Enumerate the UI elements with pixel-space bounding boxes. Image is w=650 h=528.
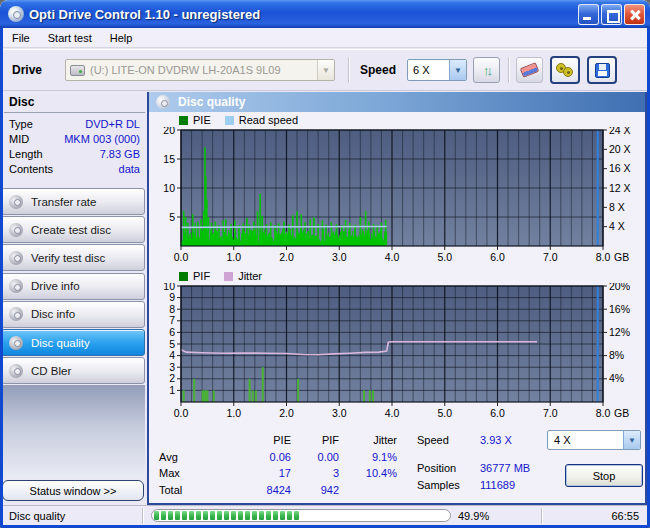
disc-icon bbox=[9, 223, 23, 237]
sidebar-item-cd-bler[interactable]: CD Bler bbox=[1, 357, 145, 384]
progress-segment bbox=[168, 511, 173, 520]
svg-text:5: 5 bbox=[169, 211, 175, 223]
drive-icon bbox=[70, 65, 85, 76]
close-button[interactable] bbox=[624, 4, 645, 25]
divider bbox=[4, 112, 145, 113]
progress-segment bbox=[196, 511, 201, 520]
sidebar-item-label: Verify test disc bbox=[31, 252, 105, 264]
pif-chart-legend: PIFJitter bbox=[179, 270, 271, 282]
svg-text:20 X: 20 X bbox=[609, 143, 631, 155]
svg-text:2.0: 2.0 bbox=[279, 407, 294, 419]
progress-segment bbox=[217, 511, 222, 520]
svg-text:5.0: 5.0 bbox=[437, 251, 452, 263]
samples-stat-value: 111689 bbox=[480, 479, 515, 491]
col-jitter: Jitter bbox=[339, 434, 397, 446]
sidebar-item-verify-test-disc[interactable]: Verify test disc bbox=[1, 244, 145, 271]
save-button[interactable] bbox=[587, 56, 617, 84]
speed-stat-value: 3.93 X bbox=[480, 434, 512, 446]
max-pie: 17 bbox=[239, 467, 291, 479]
svg-text:10: 10 bbox=[163, 182, 175, 194]
sidebar-filler bbox=[1, 385, 145, 478]
svg-text:GB: GB bbox=[614, 251, 629, 263]
sidebar-item-drive-info[interactable]: Drive info bbox=[1, 273, 145, 300]
disc-length-value: 7.83 GB bbox=[100, 148, 140, 160]
pie-readspeed-chart: 51015204 X8 X12 X16 X20 X24 X0.01.02.03.… bbox=[151, 127, 645, 265]
sidebar-item-create-test-disc[interactable]: Create test disc bbox=[1, 216, 145, 243]
sidebar-item-label: Disc quality bbox=[31, 337, 90, 349]
erase-disc-button[interactable] bbox=[516, 57, 543, 83]
menu-help[interactable]: Help bbox=[101, 30, 142, 46]
stats-table: PIE PIF Jitter Avg 0.06 0.00 9.1% Max 17… bbox=[159, 432, 397, 498]
legend-label: Read speed bbox=[239, 114, 298, 126]
progress-segment bbox=[182, 511, 187, 520]
svg-text:8.0: 8.0 bbox=[596, 407, 611, 419]
svg-text:7: 7 bbox=[169, 314, 175, 326]
drive-select[interactable]: (U:) LITE-ON DVDRW LH-20A1S 9L09 ▼ bbox=[65, 59, 335, 81]
menu-start-test[interactable]: Start test bbox=[39, 30, 101, 46]
svg-text:1: 1 bbox=[169, 384, 175, 396]
maximize-button[interactable] bbox=[601, 4, 622, 25]
svg-text:16%: 16% bbox=[609, 303, 630, 315]
sidebar-item-transfer-rate[interactable]: Transfer rate bbox=[1, 188, 145, 215]
svg-text:7.0: 7.0 bbox=[543, 251, 558, 263]
speed-select-value: 6 X bbox=[408, 64, 430, 76]
speed-select[interactable]: 6 X ▼ bbox=[407, 59, 467, 81]
svg-text:6.0: 6.0 bbox=[490, 251, 505, 263]
svg-text:6.0: 6.0 bbox=[490, 407, 505, 419]
speed-label: Speed bbox=[360, 63, 396, 77]
disc-icon bbox=[9, 364, 23, 378]
progress-segment bbox=[287, 511, 292, 520]
status-window-button[interactable]: Status window >> bbox=[2, 480, 144, 501]
svg-text:5: 5 bbox=[169, 338, 175, 350]
rescan-speed-select[interactable]: 4 X ▼ bbox=[547, 430, 641, 450]
stop-button[interactable]: Stop bbox=[565, 464, 643, 487]
progress-segment bbox=[210, 511, 215, 520]
svg-text:4.0: 4.0 bbox=[385, 251, 400, 263]
col-pif: PIF bbox=[291, 434, 339, 446]
svg-text:1.0: 1.0 bbox=[226, 251, 241, 263]
progress-segment bbox=[154, 511, 159, 520]
svg-text:7.0: 7.0 bbox=[543, 407, 558, 419]
progress-segment bbox=[266, 511, 271, 520]
menu-file[interactable]: File bbox=[3, 30, 39, 46]
progress-segment bbox=[238, 511, 243, 520]
sidebar-item-disc-quality[interactable]: Disc quality bbox=[1, 329, 145, 356]
position-stat-label: Position bbox=[417, 462, 456, 474]
progress-segment bbox=[259, 511, 264, 520]
svg-text:3: 3 bbox=[169, 361, 175, 373]
pie-legend-swatch bbox=[179, 116, 188, 125]
svg-text:4 X: 4 X bbox=[609, 220, 625, 232]
progress-percent: 49.9% bbox=[458, 510, 489, 522]
progress-segment bbox=[294, 511, 299, 520]
avg-pif: 0.00 bbox=[291, 451, 339, 463]
svg-text:2: 2 bbox=[169, 372, 175, 384]
disc-icon bbox=[9, 251, 23, 265]
legend-label: Jitter bbox=[238, 270, 262, 282]
sidebar-item-disc-info[interactable]: Disc info bbox=[1, 301, 145, 328]
refresh-button[interactable]: ↑↓ bbox=[473, 57, 500, 83]
menu-bar: File Start test Help bbox=[3, 28, 647, 48]
statusbar-separator bbox=[541, 508, 542, 524]
disc-length-row: Length 7.83 GB bbox=[3, 146, 146, 161]
disc-icon bbox=[9, 279, 23, 293]
toolbar: Drive (U:) LITE-ON DVDRW LH-20A1S 9L09 ▼… bbox=[3, 49, 647, 91]
svg-text:0.0: 0.0 bbox=[174, 251, 189, 263]
svg-text:20%: 20% bbox=[609, 283, 630, 292]
disc-mid-value: MKM 003 (000) bbox=[64, 133, 140, 145]
panel-title: Disc quality bbox=[178, 95, 245, 109]
disc-mid-label: MID bbox=[9, 133, 29, 145]
save-icon bbox=[595, 63, 610, 78]
total-pie: 8424 bbox=[239, 484, 291, 496]
svg-text:8.0: 8.0 bbox=[596, 251, 611, 263]
svg-text:GB: GB bbox=[614, 407, 629, 419]
max-pif: 3 bbox=[291, 467, 339, 479]
legend-label: PIF bbox=[193, 270, 210, 282]
view-button[interactable] bbox=[550, 56, 580, 84]
progress-segment bbox=[189, 511, 194, 520]
stop-button-label: Stop bbox=[593, 470, 616, 482]
svg-text:20: 20 bbox=[163, 127, 175, 136]
rescan-speed-value: 4 X bbox=[548, 434, 571, 446]
legend-label: PIE bbox=[193, 114, 211, 126]
svg-text:3.0: 3.0 bbox=[332, 251, 347, 263]
minimize-button[interactable] bbox=[578, 4, 599, 25]
